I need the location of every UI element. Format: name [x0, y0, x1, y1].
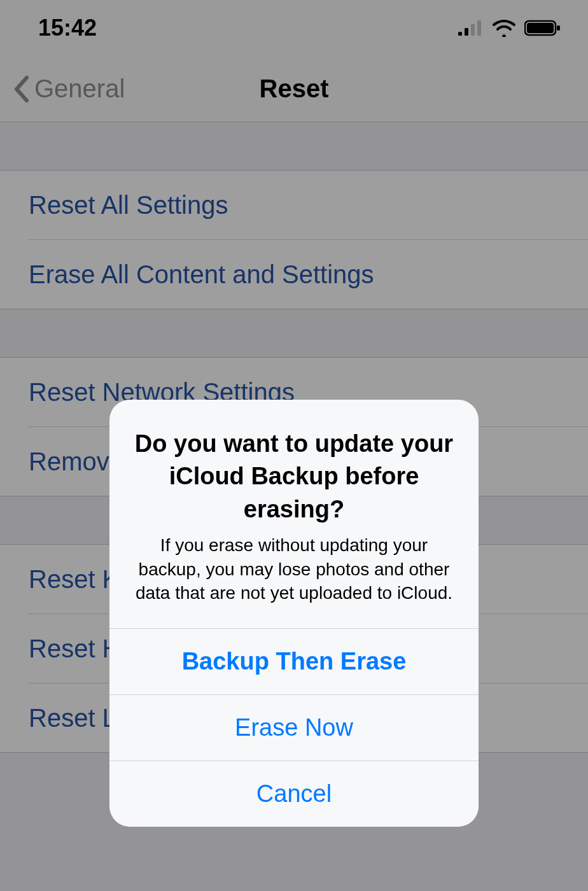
button-label: Erase Now [235, 714, 353, 741]
alert-body: Do you want to update your iCloud Backup… [109, 400, 479, 628]
button-label: Backup Then Erase [182, 648, 407, 675]
alert-dialog: Do you want to update your iCloud Backup… [109, 400, 479, 827]
alert-message: If you erase without updating your backu… [132, 533, 456, 605]
cancel-button[interactable]: Cancel [109, 761, 479, 827]
button-label: Cancel [256, 780, 332, 808]
erase-now-button[interactable]: Erase Now [109, 694, 479, 761]
alert-title: Do you want to update your iCloud Backup… [132, 428, 456, 526]
backup-then-erase-button[interactable]: Backup Then Erase [109, 628, 479, 694]
